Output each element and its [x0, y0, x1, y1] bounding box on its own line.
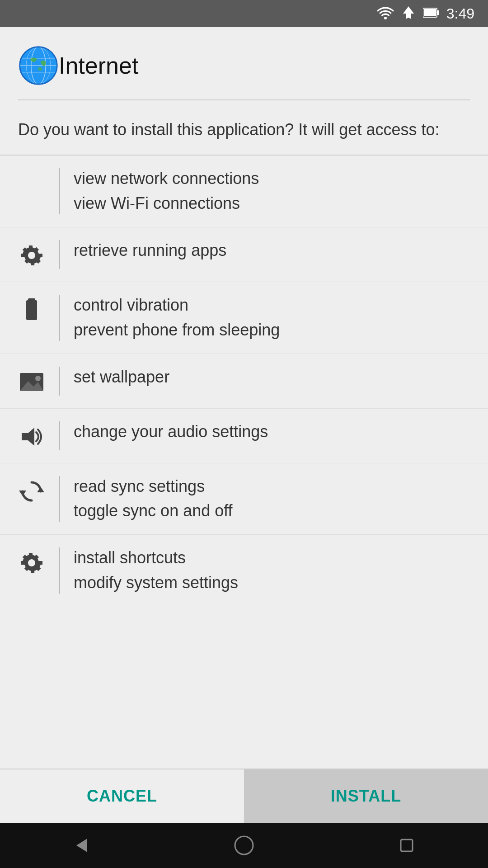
- audio-icon-area: [18, 421, 59, 450]
- sync-icon: [18, 478, 45, 505]
- permission-running-apps: retrieve running apps: [0, 227, 488, 282]
- action-buttons: CANCEL INSTALL: [0, 769, 488, 823]
- wifi-icon: [377, 6, 394, 21]
- app-header: Internet: [0, 27, 488, 99]
- perm-divider-wallpaper: [59, 367, 60, 396]
- svg-rect-3: [424, 9, 436, 16]
- running-apps-icon-area: [18, 240, 59, 269]
- permission-audio: change your audio settings: [0, 409, 488, 463]
- battery-vibration-icon: [18, 297, 45, 324]
- vibration-texts: control vibration prevent phone from sle…: [74, 295, 280, 341]
- battery-icon: [423, 6, 439, 21]
- perm-text-sync-1: read sync settings: [74, 476, 233, 497]
- perm-divider-audio: [59, 421, 60, 450]
- speaker-icon: [18, 423, 45, 450]
- dialog-container: Internet Do you want to install this app…: [0, 27, 488, 823]
- perm-divider-vibration: [59, 295, 60, 341]
- gear-icon: [18, 242, 45, 269]
- vibration-icon-area: [18, 295, 59, 324]
- perm-text-vibration-2: prevent phone from sleeping: [74, 320, 280, 341]
- app-icon: [18, 45, 59, 86]
- permissions-list: view network connections view Wi-Fi conn…: [0, 156, 488, 769]
- image-icon: [18, 368, 45, 396]
- perm-text-shortcuts-1: install shortcuts: [74, 547, 238, 569]
- recents-button[interactable]: [395, 834, 418, 857]
- perm-divider-sync: [59, 476, 60, 522]
- sync-icon-area: [18, 476, 59, 505]
- svg-rect-21: [401, 840, 413, 851]
- back-button[interactable]: [70, 834, 93, 857]
- permission-network: view network connections view Wi-Fi conn…: [0, 156, 488, 227]
- network-icon-area: [18, 168, 59, 170]
- perm-text-vibration-1: control vibration: [74, 295, 280, 316]
- settings-icon: [18, 549, 45, 576]
- svg-marker-16: [22, 428, 34, 446]
- permission-sync: read sync settings toggle sync on and of…: [0, 463, 488, 535]
- home-button[interactable]: [233, 834, 255, 857]
- status-time: 3:49: [446, 5, 474, 22]
- status-bar: 3:49: [0, 0, 488, 27]
- svg-rect-11: [26, 300, 37, 320]
- sync-texts: read sync settings toggle sync on and of…: [74, 476, 233, 522]
- perm-text-audio: change your audio settings: [74, 421, 268, 443]
- svg-rect-12: [28, 298, 35, 301]
- perm-text-sync-2: toggle sync on and off: [74, 500, 233, 522]
- perm-divider-network: [59, 168, 60, 214]
- perm-text-network-1: view network connections: [74, 168, 259, 189]
- perm-text-shortcuts-2: modify system settings: [74, 572, 238, 594]
- svg-marker-18: [19, 491, 26, 496]
- running-apps-texts: retrieve running apps: [74, 240, 226, 261]
- svg-point-0: [384, 17, 387, 19]
- perm-text-running: retrieve running apps: [74, 240, 226, 261]
- install-button[interactable]: INSTALL: [244, 769, 488, 823]
- wallpaper-texts: set wallpaper: [74, 367, 169, 388]
- audio-texts: change your audio settings: [74, 421, 268, 443]
- nav-bar: [0, 823, 488, 868]
- permission-vibration: control vibration prevent phone from sle…: [0, 282, 488, 354]
- perm-divider-shortcuts: [59, 547, 60, 594]
- svg-marker-19: [76, 839, 87, 852]
- shortcuts-icon-area: [18, 547, 59, 576]
- install-description: Do you want to install this application?…: [0, 100, 488, 155]
- svg-marker-17: [37, 487, 44, 492]
- svg-rect-2: [437, 10, 439, 15]
- airplane-icon: [401, 5, 416, 22]
- network-texts: view network connections view Wi-Fi conn…: [74, 168, 259, 214]
- cancel-button[interactable]: CANCEL: [0, 769, 244, 823]
- perm-text-network-2: view Wi-Fi connections: [74, 193, 259, 214]
- app-name: Internet: [59, 52, 138, 79]
- status-icons: 3:49: [377, 5, 474, 22]
- permission-wallpaper: set wallpaper: [0, 354, 488, 409]
- shortcuts-texts: install shortcuts modify system settings: [74, 547, 238, 594]
- svg-point-20: [235, 836, 253, 854]
- perm-text-wallpaper: set wallpaper: [74, 367, 169, 388]
- permission-shortcuts: install shortcuts modify system settings: [0, 535, 488, 606]
- perm-divider-running: [59, 240, 60, 269]
- svg-point-15: [35, 376, 41, 381]
- wallpaper-icon-area: [18, 367, 59, 396]
